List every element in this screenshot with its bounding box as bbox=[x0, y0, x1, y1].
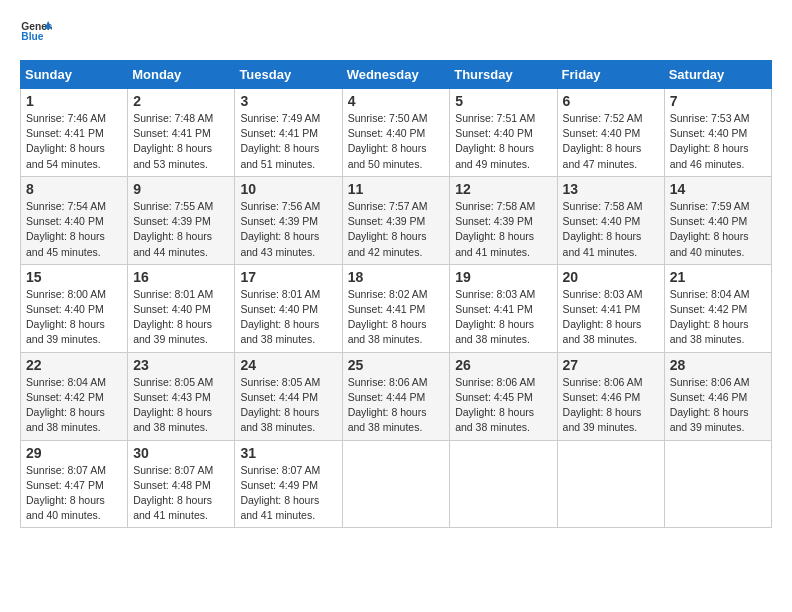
calendar-cell: 1 Sunrise: 7:46 AMSunset: 4:41 PMDayligh… bbox=[21, 89, 128, 177]
calendar-cell: 18 Sunrise: 8:02 AMSunset: 4:41 PMDaylig… bbox=[342, 264, 450, 352]
logo-icon: General Blue bbox=[20, 16, 52, 48]
day-number: 19 bbox=[455, 269, 551, 285]
day-number: 31 bbox=[240, 445, 336, 461]
day-info: Sunrise: 8:06 AMSunset: 4:46 PMDaylight:… bbox=[563, 376, 643, 434]
day-info: Sunrise: 8:01 AMSunset: 4:40 PMDaylight:… bbox=[133, 288, 213, 346]
day-number: 27 bbox=[563, 357, 659, 373]
calendar-cell: 19 Sunrise: 8:03 AMSunset: 4:41 PMDaylig… bbox=[450, 264, 557, 352]
calendar-cell: 15 Sunrise: 8:00 AMSunset: 4:40 PMDaylig… bbox=[21, 264, 128, 352]
calendar-cell: 11 Sunrise: 7:57 AMSunset: 4:39 PMDaylig… bbox=[342, 176, 450, 264]
col-header-friday: Friday bbox=[557, 61, 664, 89]
col-header-sunday: Sunday bbox=[21, 61, 128, 89]
day-info: Sunrise: 7:49 AMSunset: 4:41 PMDaylight:… bbox=[240, 112, 320, 170]
day-number: 25 bbox=[348, 357, 445, 373]
day-number: 2 bbox=[133, 93, 229, 109]
day-number: 6 bbox=[563, 93, 659, 109]
calendar-cell bbox=[450, 440, 557, 528]
day-info: Sunrise: 8:05 AMSunset: 4:43 PMDaylight:… bbox=[133, 376, 213, 434]
day-info: Sunrise: 8:06 AMSunset: 4:44 PMDaylight:… bbox=[348, 376, 428, 434]
day-number: 29 bbox=[26, 445, 122, 461]
day-number: 1 bbox=[26, 93, 122, 109]
calendar-cell: 9 Sunrise: 7:55 AMSunset: 4:39 PMDayligh… bbox=[128, 176, 235, 264]
day-number: 20 bbox=[563, 269, 659, 285]
col-header-tuesday: Tuesday bbox=[235, 61, 342, 89]
calendar-cell: 30 Sunrise: 8:07 AMSunset: 4:48 PMDaylig… bbox=[128, 440, 235, 528]
day-number: 26 bbox=[455, 357, 551, 373]
day-number: 16 bbox=[133, 269, 229, 285]
day-number: 11 bbox=[348, 181, 445, 197]
day-number: 28 bbox=[670, 357, 766, 373]
day-number: 7 bbox=[670, 93, 766, 109]
day-number: 12 bbox=[455, 181, 551, 197]
day-info: Sunrise: 8:06 AMSunset: 4:45 PMDaylight:… bbox=[455, 376, 535, 434]
calendar-cell: 26 Sunrise: 8:06 AMSunset: 4:45 PMDaylig… bbox=[450, 352, 557, 440]
calendar-week-2: 8 Sunrise: 7:54 AMSunset: 4:40 PMDayligh… bbox=[21, 176, 772, 264]
day-info: Sunrise: 8:01 AMSunset: 4:40 PMDaylight:… bbox=[240, 288, 320, 346]
logo: General Blue bbox=[20, 16, 52, 48]
day-info: Sunrise: 7:54 AMSunset: 4:40 PMDaylight:… bbox=[26, 200, 106, 258]
calendar-table: SundayMondayTuesdayWednesdayThursdayFrid… bbox=[20, 60, 772, 528]
calendar-week-5: 29 Sunrise: 8:07 AMSunset: 4:47 PMDaylig… bbox=[21, 440, 772, 528]
calendar-cell: 20 Sunrise: 8:03 AMSunset: 4:41 PMDaylig… bbox=[557, 264, 664, 352]
day-info: Sunrise: 7:58 AMSunset: 4:40 PMDaylight:… bbox=[563, 200, 643, 258]
day-info: Sunrise: 8:06 AMSunset: 4:46 PMDaylight:… bbox=[670, 376, 750, 434]
calendar-cell: 27 Sunrise: 8:06 AMSunset: 4:46 PMDaylig… bbox=[557, 352, 664, 440]
day-number: 22 bbox=[26, 357, 122, 373]
day-number: 21 bbox=[670, 269, 766, 285]
header: General Blue bbox=[20, 16, 772, 48]
day-number: 30 bbox=[133, 445, 229, 461]
day-number: 23 bbox=[133, 357, 229, 373]
day-info: Sunrise: 7:50 AMSunset: 4:40 PMDaylight:… bbox=[348, 112, 428, 170]
calendar-cell bbox=[557, 440, 664, 528]
day-info: Sunrise: 8:03 AMSunset: 4:41 PMDaylight:… bbox=[455, 288, 535, 346]
calendar-cell: 28 Sunrise: 8:06 AMSunset: 4:46 PMDaylig… bbox=[664, 352, 771, 440]
day-info: Sunrise: 8:04 AMSunset: 4:42 PMDaylight:… bbox=[670, 288, 750, 346]
col-header-saturday: Saturday bbox=[664, 61, 771, 89]
day-info: Sunrise: 7:56 AMSunset: 4:39 PMDaylight:… bbox=[240, 200, 320, 258]
calendar-cell: 2 Sunrise: 7:48 AMSunset: 4:41 PMDayligh… bbox=[128, 89, 235, 177]
calendar-cell: 6 Sunrise: 7:52 AMSunset: 4:40 PMDayligh… bbox=[557, 89, 664, 177]
day-number: 9 bbox=[133, 181, 229, 197]
day-info: Sunrise: 7:48 AMSunset: 4:41 PMDaylight:… bbox=[133, 112, 213, 170]
day-info: Sunrise: 7:46 AMSunset: 4:41 PMDaylight:… bbox=[26, 112, 106, 170]
day-info: Sunrise: 8:03 AMSunset: 4:41 PMDaylight:… bbox=[563, 288, 643, 346]
day-info: Sunrise: 7:55 AMSunset: 4:39 PMDaylight:… bbox=[133, 200, 213, 258]
day-number: 18 bbox=[348, 269, 445, 285]
day-number: 15 bbox=[26, 269, 122, 285]
calendar-cell: 29 Sunrise: 8:07 AMSunset: 4:47 PMDaylig… bbox=[21, 440, 128, 528]
calendar-cell: 31 Sunrise: 8:07 AMSunset: 4:49 PMDaylig… bbox=[235, 440, 342, 528]
calendar-cell: 10 Sunrise: 7:56 AMSunset: 4:39 PMDaylig… bbox=[235, 176, 342, 264]
calendar-cell: 14 Sunrise: 7:59 AMSunset: 4:40 PMDaylig… bbox=[664, 176, 771, 264]
day-number: 10 bbox=[240, 181, 336, 197]
calendar-week-4: 22 Sunrise: 8:04 AMSunset: 4:42 PMDaylig… bbox=[21, 352, 772, 440]
day-info: Sunrise: 7:53 AMSunset: 4:40 PMDaylight:… bbox=[670, 112, 750, 170]
day-info: Sunrise: 7:59 AMSunset: 4:40 PMDaylight:… bbox=[670, 200, 750, 258]
day-number: 24 bbox=[240, 357, 336, 373]
day-info: Sunrise: 8:07 AMSunset: 4:49 PMDaylight:… bbox=[240, 464, 320, 522]
calendar-cell: 5 Sunrise: 7:51 AMSunset: 4:40 PMDayligh… bbox=[450, 89, 557, 177]
day-number: 8 bbox=[26, 181, 122, 197]
calendar-cell: 12 Sunrise: 7:58 AMSunset: 4:39 PMDaylig… bbox=[450, 176, 557, 264]
calendar-week-1: 1 Sunrise: 7:46 AMSunset: 4:41 PMDayligh… bbox=[21, 89, 772, 177]
day-info: Sunrise: 8:00 AMSunset: 4:40 PMDaylight:… bbox=[26, 288, 106, 346]
col-header-wednesday: Wednesday bbox=[342, 61, 450, 89]
svg-text:Blue: Blue bbox=[21, 31, 43, 42]
calendar-cell: 7 Sunrise: 7:53 AMSunset: 4:40 PMDayligh… bbox=[664, 89, 771, 177]
day-info: Sunrise: 8:02 AMSunset: 4:41 PMDaylight:… bbox=[348, 288, 428, 346]
calendar-week-3: 15 Sunrise: 8:00 AMSunset: 4:40 PMDaylig… bbox=[21, 264, 772, 352]
calendar-cell: 23 Sunrise: 8:05 AMSunset: 4:43 PMDaylig… bbox=[128, 352, 235, 440]
day-info: Sunrise: 7:58 AMSunset: 4:39 PMDaylight:… bbox=[455, 200, 535, 258]
day-info: Sunrise: 8:07 AMSunset: 4:47 PMDaylight:… bbox=[26, 464, 106, 522]
day-number: 17 bbox=[240, 269, 336, 285]
day-info: Sunrise: 7:51 AMSunset: 4:40 PMDaylight:… bbox=[455, 112, 535, 170]
calendar-cell: 8 Sunrise: 7:54 AMSunset: 4:40 PMDayligh… bbox=[21, 176, 128, 264]
calendar-cell: 13 Sunrise: 7:58 AMSunset: 4:40 PMDaylig… bbox=[557, 176, 664, 264]
col-header-monday: Monday bbox=[128, 61, 235, 89]
day-info: Sunrise: 8:04 AMSunset: 4:42 PMDaylight:… bbox=[26, 376, 106, 434]
day-info: Sunrise: 8:07 AMSunset: 4:48 PMDaylight:… bbox=[133, 464, 213, 522]
calendar-cell: 3 Sunrise: 7:49 AMSunset: 4:41 PMDayligh… bbox=[235, 89, 342, 177]
calendar-cell: 24 Sunrise: 8:05 AMSunset: 4:44 PMDaylig… bbox=[235, 352, 342, 440]
calendar-cell: 17 Sunrise: 8:01 AMSunset: 4:40 PMDaylig… bbox=[235, 264, 342, 352]
day-number: 14 bbox=[670, 181, 766, 197]
col-header-thursday: Thursday bbox=[450, 61, 557, 89]
